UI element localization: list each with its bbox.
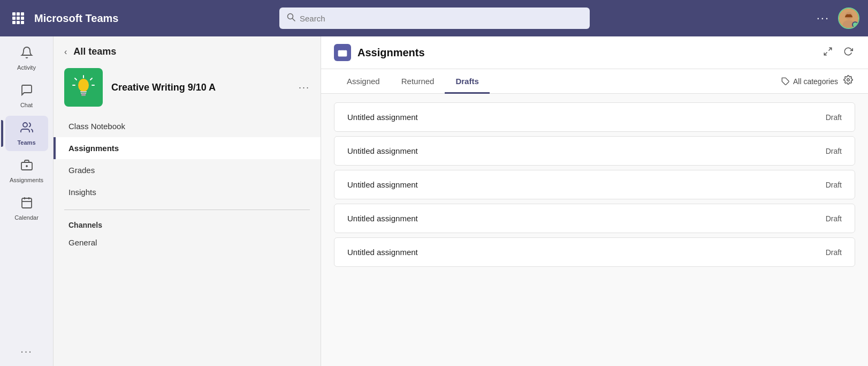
svg-point-22 — [78, 79, 89, 92]
chat-label: Chat — [20, 102, 33, 108]
assignment-row[interactable]: Untitled assignment Draft — [334, 237, 855, 267]
sidebar-item-assignments[interactable]: Assignments — [5, 153, 48, 189]
search-input[interactable] — [300, 14, 582, 23]
topbar: Microsoft Teams ··· — [0, 0, 868, 36]
menu-item-class-notebook[interactable]: Class Notebook — [54, 115, 321, 137]
assignment-row[interactable]: Untitled assignment Draft — [334, 204, 855, 233]
tabs-right: All categories — [781, 75, 853, 87]
svg-point-14 — [23, 123, 27, 127]
assignment-name: Untitled assignment — [347, 146, 826, 155]
svg-rect-1 — [17, 12, 20, 16]
assignments-icon — [20, 159, 33, 175]
search-bar[interactable] — [279, 8, 590, 29]
channels-section-header: Channels — [54, 216, 321, 231]
sidebar-more-button[interactable]: ··· — [20, 345, 33, 357]
assignment-status: Draft — [826, 248, 842, 257]
svg-line-10 — [293, 19, 295, 21]
svg-rect-7 — [17, 21, 20, 24]
channel-panel: ‹ All teams — [54, 36, 321, 366]
app-title: Microsoft Teams — [34, 12, 118, 25]
assignment-status: Draft — [826, 113, 842, 122]
menu-item-grades[interactable]: Grades — [54, 159, 321, 181]
assignment-status: Draft — [826, 214, 842, 223]
online-status-dot — [852, 21, 858, 28]
sidebar-nav: Activity Chat Teams — [0, 36, 54, 366]
channel-header: ‹ All teams — [54, 36, 321, 63]
svg-rect-8 — [21, 21, 24, 24]
calendar-label: Calendar — [14, 214, 39, 221]
calendar-icon — [20, 196, 33, 212]
svg-rect-5 — [21, 17, 24, 20]
search-icon — [287, 13, 295, 24]
team-info: Creative Writing 9/10 A — [111, 82, 290, 93]
category-filter[interactable]: All categories — [781, 77, 838, 86]
app-grid-icon[interactable] — [9, 12, 28, 24]
topbar-left: Microsoft Teams — [9, 12, 271, 25]
topbar-right: ··· — [817, 8, 859, 29]
expand-button[interactable] — [821, 44, 835, 61]
tab-assigned[interactable]: Assigned — [336, 69, 391, 94]
content-icon — [334, 44, 351, 61]
svg-rect-0 — [12, 12, 16, 16]
team-name: Creative Writing 9/10 A — [111, 82, 290, 93]
back-button[interactable]: ‹ — [64, 47, 67, 57]
avatar[interactable] — [838, 8, 859, 29]
svg-rect-17 — [22, 198, 32, 208]
channel-general[interactable]: General — [54, 231, 321, 253]
content-actions — [821, 44, 855, 61]
sidebar-item-teams[interactable]: Teams — [5, 116, 48, 151]
assignment-name: Untitled assignment — [347, 113, 826, 122]
activity-icon — [20, 46, 33, 62]
main-layout: Activity Chat Teams — [0, 36, 868, 366]
all-teams-label[interactable]: All teams — [73, 46, 116, 57]
chat-icon — [20, 84, 33, 100]
content-topbar: Assignments — [321, 36, 868, 69]
content-area: Assignments Assigned Returned Drafts — [321, 36, 868, 366]
assignment-status: Draft — [826, 147, 842, 155]
active-indicator — [1, 120, 3, 147]
svg-rect-6 — [12, 21, 16, 24]
team-logo — [64, 68, 103, 107]
assignment-row[interactable]: Untitled assignment Draft — [334, 136, 855, 166]
teams-icon — [20, 121, 33, 137]
sidebar-item-calendar[interactable]: Calendar — [5, 191, 48, 226]
content-title: Assignments — [357, 47, 814, 59]
assignment-status: Draft — [826, 181, 842, 189]
menu-item-assignments[interactable]: Assignments — [54, 137, 321, 159]
assignments-list: Untitled assignment Draft Untitled assig… — [321, 94, 868, 366]
svg-rect-3 — [12, 17, 16, 20]
svg-rect-2 — [21, 12, 24, 16]
assignment-name: Untitled assignment — [347, 214, 826, 223]
teams-label: Teams — [17, 139, 35, 146]
svg-rect-25 — [81, 93, 86, 96]
svg-rect-4 — [17, 17, 20, 20]
assignment-name: Untitled assignment — [347, 248, 826, 257]
section-divider — [64, 210, 310, 210]
topbar-more-button[interactable]: ··· — [817, 11, 829, 25]
settings-button[interactable] — [843, 75, 853, 87]
team-card: Creative Writing 9/10 A ··· — [64, 68, 310, 107]
refresh-button[interactable] — [841, 44, 855, 61]
sidebar-item-activity[interactable]: Activity — [5, 41, 48, 76]
menu-item-insights[interactable]: Insights — [54, 181, 321, 203]
assignment-name: Untitled assignment — [347, 180, 826, 189]
activity-label: Activity — [17, 64, 36, 71]
category-filter-label: All categories — [793, 77, 838, 86]
assignment-row[interactable]: Untitled assignment Draft — [334, 170, 855, 199]
sidebar-item-chat[interactable]: Chat — [5, 78, 48, 114]
assignment-row[interactable]: Untitled assignment Draft — [334, 102, 855, 132]
tab-returned[interactable]: Returned — [391, 69, 445, 94]
tab-drafts[interactable]: Drafts — [445, 69, 489, 94]
svg-point-32 — [847, 79, 850, 81]
team-more-button[interactable]: ··· — [299, 82, 310, 93]
tabs-bar: Assigned Returned Drafts All categories — [321, 69, 868, 94]
assignments-label: Assignments — [10, 177, 43, 183]
